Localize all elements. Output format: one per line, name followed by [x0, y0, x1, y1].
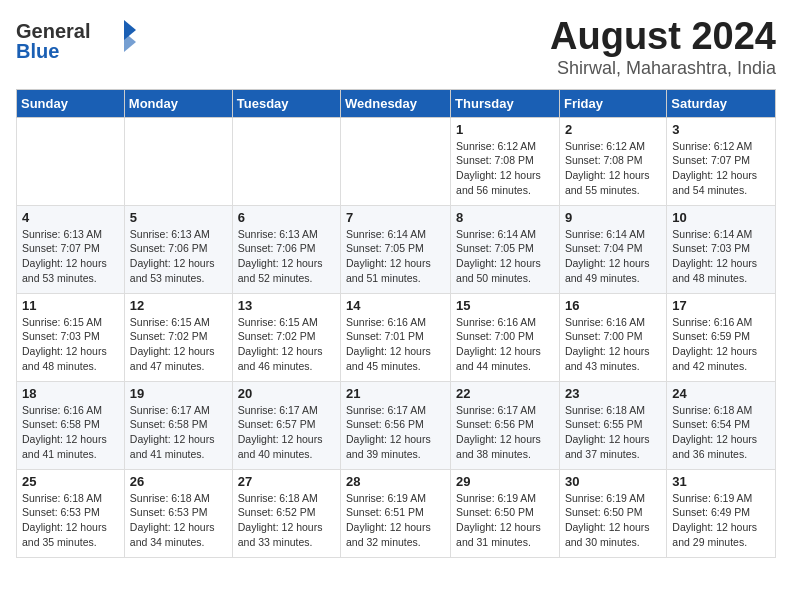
day-number: 7: [346, 210, 445, 225]
day-info: Sunrise: 6:18 AM Sunset: 6:54 PM Dayligh…: [672, 403, 770, 462]
day-number: 22: [456, 386, 554, 401]
day-number: 19: [130, 386, 227, 401]
day-number: 15: [456, 298, 554, 313]
day-cell-27: 27Sunrise: 6:18 AM Sunset: 6:52 PM Dayli…: [232, 469, 340, 557]
day-number: 16: [565, 298, 661, 313]
day-cell-31: 31Sunrise: 6:19 AM Sunset: 6:49 PM Dayli…: [667, 469, 776, 557]
day-info: Sunrise: 6:18 AM Sunset: 6:52 PM Dayligh…: [238, 491, 335, 550]
day-header-thursday: Thursday: [451, 89, 560, 117]
day-number: 14: [346, 298, 445, 313]
day-cell-5: 5Sunrise: 6:13 AM Sunset: 7:06 PM Daylig…: [124, 205, 232, 293]
day-cell-30: 30Sunrise: 6:19 AM Sunset: 6:50 PM Dayli…: [559, 469, 666, 557]
day-info: Sunrise: 6:14 AM Sunset: 7:04 PM Dayligh…: [565, 227, 661, 286]
day-info: Sunrise: 6:18 AM Sunset: 6:53 PM Dayligh…: [22, 491, 119, 550]
day-header-friday: Friday: [559, 89, 666, 117]
day-cell-1: 1Sunrise: 6:12 AM Sunset: 7:08 PM Daylig…: [451, 117, 560, 205]
day-number: 21: [346, 386, 445, 401]
day-number: 24: [672, 386, 770, 401]
empty-cell: [124, 117, 232, 205]
day-info: Sunrise: 6:15 AM Sunset: 7:02 PM Dayligh…: [130, 315, 227, 374]
day-cell-24: 24Sunrise: 6:18 AM Sunset: 6:54 PM Dayli…: [667, 381, 776, 469]
day-number: 1: [456, 122, 554, 137]
day-number: 3: [672, 122, 770, 137]
day-cell-28: 28Sunrise: 6:19 AM Sunset: 6:51 PM Dayli…: [341, 469, 451, 557]
day-info: Sunrise: 6:13 AM Sunset: 7:07 PM Dayligh…: [22, 227, 119, 286]
day-header-saturday: Saturday: [667, 89, 776, 117]
day-number: 13: [238, 298, 335, 313]
empty-cell: [232, 117, 340, 205]
day-header-monday: Monday: [124, 89, 232, 117]
day-info: Sunrise: 6:16 AM Sunset: 7:01 PM Dayligh…: [346, 315, 445, 374]
day-cell-7: 7Sunrise: 6:14 AM Sunset: 7:05 PM Daylig…: [341, 205, 451, 293]
day-number: 5: [130, 210, 227, 225]
day-cell-22: 22Sunrise: 6:17 AM Sunset: 6:56 PM Dayli…: [451, 381, 560, 469]
day-number: 17: [672, 298, 770, 313]
day-info: Sunrise: 6:12 AM Sunset: 7:08 PM Dayligh…: [565, 139, 661, 198]
day-number: 25: [22, 474, 119, 489]
empty-cell: [341, 117, 451, 205]
calendar-subtitle: Shirwal, Maharashtra, India: [550, 58, 776, 79]
day-cell-16: 16Sunrise: 6:16 AM Sunset: 7:00 PM Dayli…: [559, 293, 666, 381]
day-number: 26: [130, 474, 227, 489]
day-cell-13: 13Sunrise: 6:15 AM Sunset: 7:02 PM Dayli…: [232, 293, 340, 381]
day-number: 27: [238, 474, 335, 489]
day-header-sunday: Sunday: [17, 89, 125, 117]
day-info: Sunrise: 6:16 AM Sunset: 6:59 PM Dayligh…: [672, 315, 770, 374]
day-info: Sunrise: 6:19 AM Sunset: 6:50 PM Dayligh…: [456, 491, 554, 550]
day-number: 28: [346, 474, 445, 489]
day-info: Sunrise: 6:19 AM Sunset: 6:51 PM Dayligh…: [346, 491, 445, 550]
day-cell-15: 15Sunrise: 6:16 AM Sunset: 7:00 PM Dayli…: [451, 293, 560, 381]
day-info: Sunrise: 6:14 AM Sunset: 7:05 PM Dayligh…: [456, 227, 554, 286]
day-cell-20: 20Sunrise: 6:17 AM Sunset: 6:57 PM Dayli…: [232, 381, 340, 469]
day-info: Sunrise: 6:17 AM Sunset: 6:56 PM Dayligh…: [346, 403, 445, 462]
calendar-table: SundayMondayTuesdayWednesdayThursdayFrid…: [16, 89, 776, 558]
day-header-tuesday: Tuesday: [232, 89, 340, 117]
day-info: Sunrise: 6:17 AM Sunset: 6:56 PM Dayligh…: [456, 403, 554, 462]
day-info: Sunrise: 6:15 AM Sunset: 7:03 PM Dayligh…: [22, 315, 119, 374]
svg-text:Blue: Blue: [16, 40, 59, 60]
day-info: Sunrise: 6:18 AM Sunset: 6:53 PM Dayligh…: [130, 491, 227, 550]
day-cell-19: 19Sunrise: 6:17 AM Sunset: 6:58 PM Dayli…: [124, 381, 232, 469]
day-cell-9: 9Sunrise: 6:14 AM Sunset: 7:04 PM Daylig…: [559, 205, 666, 293]
day-header-wednesday: Wednesday: [341, 89, 451, 117]
day-cell-14: 14Sunrise: 6:16 AM Sunset: 7:01 PM Dayli…: [341, 293, 451, 381]
day-cell-12: 12Sunrise: 6:15 AM Sunset: 7:02 PM Dayli…: [124, 293, 232, 381]
day-number: 12: [130, 298, 227, 313]
header: General Blue August 2024 Shirwal, Mahara…: [16, 16, 776, 79]
day-cell-3: 3Sunrise: 6:12 AM Sunset: 7:07 PM Daylig…: [667, 117, 776, 205]
logo: General Blue: [16, 16, 136, 60]
day-info: Sunrise: 6:14 AM Sunset: 7:05 PM Dayligh…: [346, 227, 445, 286]
day-number: 18: [22, 386, 119, 401]
day-cell-11: 11Sunrise: 6:15 AM Sunset: 7:03 PM Dayli…: [17, 293, 125, 381]
logo-container: General Blue: [16, 16, 136, 60]
day-number: 29: [456, 474, 554, 489]
day-cell-18: 18Sunrise: 6:16 AM Sunset: 6:58 PM Dayli…: [17, 381, 125, 469]
svg-text:General: General: [16, 20, 90, 42]
day-number: 31: [672, 474, 770, 489]
day-info: Sunrise: 6:14 AM Sunset: 7:03 PM Dayligh…: [672, 227, 770, 286]
day-number: 2: [565, 122, 661, 137]
week-row-2: 4Sunrise: 6:13 AM Sunset: 7:07 PM Daylig…: [17, 205, 776, 293]
day-info: Sunrise: 6:17 AM Sunset: 6:57 PM Dayligh…: [238, 403, 335, 462]
day-cell-4: 4Sunrise: 6:13 AM Sunset: 7:07 PM Daylig…: [17, 205, 125, 293]
day-cell-25: 25Sunrise: 6:18 AM Sunset: 6:53 PM Dayli…: [17, 469, 125, 557]
day-cell-23: 23Sunrise: 6:18 AM Sunset: 6:55 PM Dayli…: [559, 381, 666, 469]
day-cell-26: 26Sunrise: 6:18 AM Sunset: 6:53 PM Dayli…: [124, 469, 232, 557]
day-info: Sunrise: 6:17 AM Sunset: 6:58 PM Dayligh…: [130, 403, 227, 462]
day-info: Sunrise: 6:13 AM Sunset: 7:06 PM Dayligh…: [238, 227, 335, 286]
day-info: Sunrise: 6:16 AM Sunset: 6:58 PM Dayligh…: [22, 403, 119, 462]
day-info: Sunrise: 6:19 AM Sunset: 6:49 PM Dayligh…: [672, 491, 770, 550]
day-info: Sunrise: 6:16 AM Sunset: 7:00 PM Dayligh…: [565, 315, 661, 374]
week-row-5: 25Sunrise: 6:18 AM Sunset: 6:53 PM Dayli…: [17, 469, 776, 557]
day-cell-8: 8Sunrise: 6:14 AM Sunset: 7:05 PM Daylig…: [451, 205, 560, 293]
day-number: 20: [238, 386, 335, 401]
day-number: 4: [22, 210, 119, 225]
day-info: Sunrise: 6:19 AM Sunset: 6:50 PM Dayligh…: [565, 491, 661, 550]
empty-cell: [17, 117, 125, 205]
day-cell-10: 10Sunrise: 6:14 AM Sunset: 7:03 PM Dayli…: [667, 205, 776, 293]
day-info: Sunrise: 6:16 AM Sunset: 7:00 PM Dayligh…: [456, 315, 554, 374]
day-number: 6: [238, 210, 335, 225]
day-cell-2: 2Sunrise: 6:12 AM Sunset: 7:08 PM Daylig…: [559, 117, 666, 205]
day-number: 9: [565, 210, 661, 225]
day-number: 30: [565, 474, 661, 489]
